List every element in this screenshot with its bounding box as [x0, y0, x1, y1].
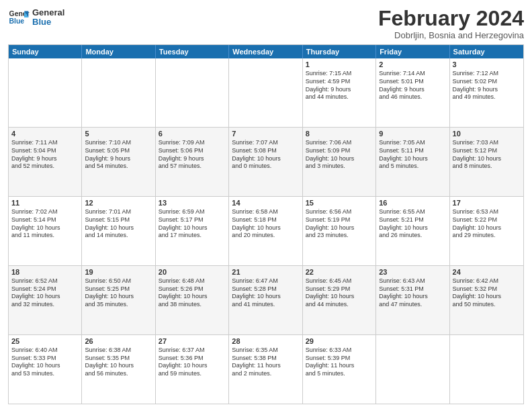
calendar-body: 1Sunrise: 7:15 AM Sunset: 4:59 PM Daylig…	[9, 58, 523, 404]
cal-cell: 14Sunrise: 6:58 AM Sunset: 5:18 PM Dayli…	[229, 197, 302, 265]
cell-info: Sunrise: 6:40 AM Sunset: 5:33 PM Dayligh…	[11, 347, 79, 378]
day-number: 27	[159, 337, 226, 345]
cell-info: Sunrise: 6:45 AM Sunset: 5:29 PM Dayligh…	[306, 277, 373, 309]
day-number: 28	[232, 337, 299, 345]
cell-info: Sunrise: 7:12 AM Sunset: 5:02 PM Dayligh…	[453, 70, 521, 101]
cal-cell: 10Sunrise: 7:03 AM Sunset: 5:12 PM Dayli…	[450, 128, 523, 196]
cell-info: Sunrise: 7:09 AM Sunset: 5:06 PM Dayligh…	[159, 139, 226, 171]
day-number: 25	[11, 337, 79, 345]
day-number: 16	[379, 199, 446, 207]
day-number: 5	[85, 130, 152, 138]
day-number: 4	[11, 130, 79, 138]
cal-cell: 22Sunrise: 6:45 AM Sunset: 5:29 PM Dayli…	[303, 266, 376, 334]
month-title: February 2024	[378, 7, 524, 30]
logo-line2: Blue	[32, 17, 64, 27]
page-header: General Blue General Blue February 2024 …	[8, 7, 524, 40]
cell-info: Sunrise: 6:33 AM Sunset: 5:39 PM Dayligh…	[306, 347, 373, 378]
cal-cell: 20Sunrise: 6:48 AM Sunset: 5:26 PM Dayli…	[156, 266, 229, 334]
day-number: 12	[85, 199, 152, 207]
cal-cell: 23Sunrise: 6:43 AM Sunset: 5:31 PM Dayli…	[376, 266, 449, 334]
day-number: 24	[453, 268, 521, 276]
cal-cell	[376, 335, 449, 404]
cal-cell: 18Sunrise: 6:52 AM Sunset: 5:24 PM Dayli…	[9, 266, 82, 334]
day-number: 18	[11, 268, 79, 276]
day-number: 26	[85, 337, 152, 345]
cell-info: Sunrise: 7:15 AM Sunset: 4:59 PM Dayligh…	[306, 70, 373, 101]
cal-cell: 28Sunrise: 6:35 AM Sunset: 5:38 PM Dayli…	[229, 335, 302, 404]
cal-cell	[9, 58, 82, 127]
header-tuesday: Tuesday	[156, 45, 229, 58]
cal-row: 18Sunrise: 6:52 AM Sunset: 5:24 PM Dayli…	[9, 266, 523, 335]
location: Dobrljin, Bosnia and Herzegovina	[378, 30, 524, 40]
cell-info: Sunrise: 7:01 AM Sunset: 5:15 PM Dayligh…	[85, 208, 152, 240]
header-saturday: Saturday	[450, 45, 523, 58]
cal-cell: 3Sunrise: 7:12 AM Sunset: 5:02 PM Daylig…	[450, 58, 523, 127]
cal-cell: 8Sunrise: 7:06 AM Sunset: 5:09 PM Daylig…	[303, 128, 376, 196]
cal-row: 25Sunrise: 6:40 AM Sunset: 5:33 PM Dayli…	[9, 335, 523, 404]
day-number: 11	[11, 199, 79, 207]
cell-info: Sunrise: 6:48 AM Sunset: 5:26 PM Dayligh…	[159, 277, 226, 309]
cell-info: Sunrise: 6:58 AM Sunset: 5:18 PM Dayligh…	[232, 208, 299, 240]
day-number: 10	[453, 130, 521, 138]
cal-row: 1Sunrise: 7:15 AM Sunset: 4:59 PM Daylig…	[9, 58, 523, 128]
header-monday: Monday	[82, 45, 155, 58]
cal-cell: 29Sunrise: 6:33 AM Sunset: 5:39 PM Dayli…	[303, 335, 376, 404]
day-number: 13	[159, 199, 226, 207]
cal-cell: 26Sunrise: 6:38 AM Sunset: 5:35 PM Dayli…	[82, 335, 155, 404]
cal-cell: 27Sunrise: 6:37 AM Sunset: 5:36 PM Dayli…	[156, 335, 229, 404]
cell-info: Sunrise: 7:05 AM Sunset: 5:11 PM Dayligh…	[379, 139, 446, 171]
day-number: 1	[306, 60, 373, 68]
day-number: 21	[232, 268, 299, 276]
cell-info: Sunrise: 6:47 AM Sunset: 5:28 PM Dayligh…	[232, 277, 299, 309]
cal-cell	[229, 58, 302, 127]
calendar-header: Sunday Monday Tuesday Wednesday Thursday…	[9, 45, 523, 58]
cal-cell: 13Sunrise: 6:59 AM Sunset: 5:17 PM Dayli…	[156, 197, 229, 265]
header-wednesday: Wednesday	[229, 45, 302, 58]
cal-cell: 24Sunrise: 6:42 AM Sunset: 5:32 PM Dayli…	[450, 266, 523, 334]
day-number: 7	[232, 130, 299, 138]
cal-cell: 5Sunrise: 7:10 AM Sunset: 5:05 PM Daylig…	[82, 128, 155, 196]
cell-info: Sunrise: 7:03 AM Sunset: 5:12 PM Dayligh…	[453, 139, 521, 171]
cal-cell: 21Sunrise: 6:47 AM Sunset: 5:28 PM Dayli…	[229, 266, 302, 334]
cell-info: Sunrise: 7:06 AM Sunset: 5:09 PM Dayligh…	[306, 139, 373, 171]
cell-info: Sunrise: 6:42 AM Sunset: 5:32 PM Dayligh…	[453, 277, 521, 309]
day-number: 29	[306, 337, 373, 345]
cal-cell: 15Sunrise: 6:56 AM Sunset: 5:19 PM Dayli…	[303, 197, 376, 265]
cal-cell: 12Sunrise: 7:01 AM Sunset: 5:15 PM Dayli…	[82, 197, 155, 265]
day-number: 2	[379, 60, 446, 68]
cal-cell	[156, 58, 229, 127]
cal-cell: 6Sunrise: 7:09 AM Sunset: 5:06 PM Daylig…	[156, 128, 229, 196]
cell-info: Sunrise: 6:43 AM Sunset: 5:31 PM Dayligh…	[379, 277, 446, 309]
cell-info: Sunrise: 6:52 AM Sunset: 5:24 PM Dayligh…	[11, 277, 79, 309]
cell-info: Sunrise: 7:11 AM Sunset: 5:04 PM Dayligh…	[11, 139, 79, 171]
cell-info: Sunrise: 6:59 AM Sunset: 5:17 PM Dayligh…	[159, 208, 226, 240]
cell-info: Sunrise: 6:35 AM Sunset: 5:38 PM Dayligh…	[232, 347, 299, 378]
day-number: 20	[159, 268, 226, 276]
cal-cell: 17Sunrise: 6:53 AM Sunset: 5:22 PM Dayli…	[450, 197, 523, 265]
cal-cell	[82, 58, 155, 127]
svg-text:Blue: Blue	[9, 17, 25, 25]
cell-info: Sunrise: 6:56 AM Sunset: 5:19 PM Dayligh…	[306, 208, 373, 240]
cell-info: Sunrise: 7:02 AM Sunset: 5:14 PM Dayligh…	[11, 208, 79, 240]
day-number: 8	[306, 130, 373, 138]
header-sunday: Sunday	[9, 45, 82, 58]
cal-cell: 1Sunrise: 7:15 AM Sunset: 4:59 PM Daylig…	[303, 58, 376, 127]
cell-info: Sunrise: 7:07 AM Sunset: 5:08 PM Dayligh…	[232, 139, 299, 171]
cal-row: 11Sunrise: 7:02 AM Sunset: 5:14 PM Dayli…	[9, 197, 523, 266]
cell-info: Sunrise: 6:38 AM Sunset: 5:35 PM Dayligh…	[85, 347, 152, 378]
logo: General Blue General Blue	[8, 7, 64, 28]
cal-cell: 11Sunrise: 7:02 AM Sunset: 5:14 PM Dayli…	[9, 197, 82, 265]
title-block: February 2024 Dobrljin, Bosnia and Herze…	[378, 7, 524, 40]
cell-info: Sunrise: 6:55 AM Sunset: 5:21 PM Dayligh…	[379, 208, 446, 240]
calendar: Sunday Monday Tuesday Wednesday Thursday…	[8, 44, 524, 404]
logo-line1: General	[32, 8, 64, 17]
day-number: 23	[379, 268, 446, 276]
cal-cell	[450, 335, 523, 404]
cell-info: Sunrise: 7:14 AM Sunset: 5:01 PM Dayligh…	[379, 70, 446, 101]
cal-cell: 9Sunrise: 7:05 AM Sunset: 5:11 PM Daylig…	[376, 128, 449, 196]
cal-cell: 19Sunrise: 6:50 AM Sunset: 5:25 PM Dayli…	[82, 266, 155, 334]
cal-cell: 4Sunrise: 7:11 AM Sunset: 5:04 PM Daylig…	[9, 128, 82, 196]
day-number: 19	[85, 268, 152, 276]
cell-info: Sunrise: 6:37 AM Sunset: 5:36 PM Dayligh…	[159, 347, 226, 378]
cal-row: 4Sunrise: 7:11 AM Sunset: 5:04 PM Daylig…	[9, 128, 523, 197]
